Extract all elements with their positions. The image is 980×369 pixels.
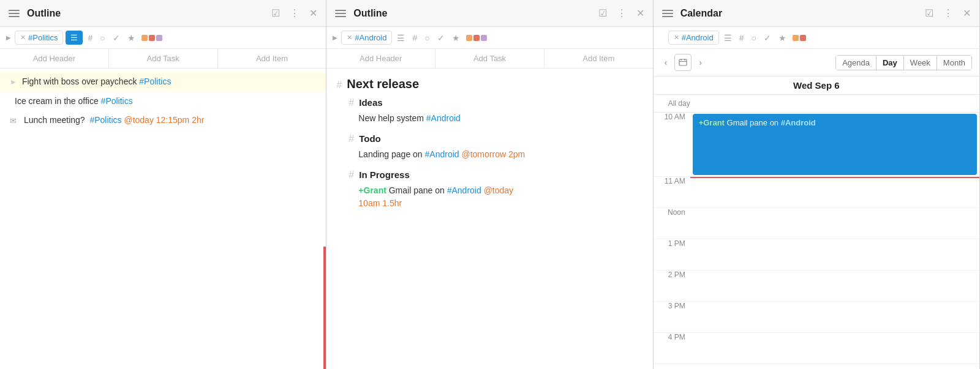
hash-icon: # bbox=[349, 97, 354, 108]
time-row-1pm: 1 PM bbox=[654, 239, 979, 270]
tag-politics: #Politics bbox=[89, 115, 121, 125]
list-item[interactable]: Ice cream in the office #Politics bbox=[0, 92, 326, 111]
toolbar-1: Add Header Add Task Add Item bbox=[0, 49, 326, 69]
cal-month-btn[interactable]: Month bbox=[937, 56, 971, 70]
filter-tag-x[interactable]: ✕ bbox=[347, 34, 352, 42]
cal-agenda-btn[interactable]: Agenda bbox=[836, 56, 876, 70]
more-options-icon[interactable]: ⋮ bbox=[287, 6, 302, 20]
section-header-next-release[interactable]: # Next release bbox=[326, 72, 652, 94]
time-row-content-1pm bbox=[690, 239, 979, 270]
svg-rect-0 bbox=[679, 59, 687, 65]
add-task-btn[interactable]: Add Task bbox=[109, 49, 218, 68]
color-dot-3 bbox=[156, 35, 162, 41]
cal-date-heading: Wed Sep 6 bbox=[654, 76, 979, 95]
star-icon[interactable]: ★ bbox=[776, 32, 789, 44]
time-row-10am: 10 AM +Grant Gmail pane on #Android bbox=[654, 113, 979, 177]
expand-icon[interactable]: ▶ bbox=[5, 33, 12, 42]
list-view-btn[interactable]: ☰ bbox=[66, 31, 83, 45]
filter-tag-android[interactable]: ✕ #Android bbox=[341, 31, 392, 45]
cal-week-btn[interactable]: Week bbox=[904, 56, 937, 70]
close-icon[interactable]: ✕ bbox=[960, 6, 973, 20]
star-icon[interactable]: ★ bbox=[125, 32, 138, 44]
current-time-line bbox=[690, 177, 979, 178]
panel-content-2: # Next release # Ideas New help system #… bbox=[326, 69, 652, 369]
circle-icon[interactable]: ○ bbox=[422, 32, 432, 44]
time-tag: 10am 1.5hr bbox=[358, 198, 402, 208]
filter-tag-x[interactable]: ✕ bbox=[674, 34, 679, 42]
color-dot-2 bbox=[149, 35, 155, 41]
time-tag: 12:15pm 2hr bbox=[156, 115, 205, 125]
hash-icon[interactable]: # bbox=[737, 32, 747, 44]
list-item[interactable]: +Grant Gmail pane on #Android @today 10a… bbox=[326, 182, 652, 212]
subsection-header-todo[interactable]: # Todo bbox=[326, 130, 652, 146]
star-icon[interactable]: ★ bbox=[450, 32, 462, 44]
hamburger-menu-icon[interactable] bbox=[6, 7, 22, 20]
cal-day-btn[interactable]: Day bbox=[876, 56, 904, 70]
list-item[interactable]: ► Fight with boss over paycheck #Politic… bbox=[0, 72, 326, 92]
panel-outline-politics: Outline ☑ ⋮ ✕ ▶ ✕ #Politics ☰ # ○ ✓ ★ Ad… bbox=[0, 0, 326, 369]
prev-btn[interactable]: ‹ bbox=[661, 56, 671, 69]
subsection-header-inprogress[interactable]: # In Progress bbox=[326, 166, 652, 182]
tag-android: #Android bbox=[425, 149, 459, 159]
check-icon[interactable]: ✓ bbox=[761, 32, 774, 44]
time-row-content-11am bbox=[690, 177, 979, 207]
color-dot-1 bbox=[466, 35, 472, 41]
drag-handle[interactable] bbox=[323, 247, 326, 369]
hamburger-menu-icon[interactable] bbox=[660, 7, 676, 20]
close-icon[interactable]: ✕ bbox=[634, 6, 647, 20]
panel-title-1: Outline bbox=[27, 8, 269, 19]
checkmark-icon[interactable]: ☑ bbox=[269, 6, 282, 20]
header-text: Next release bbox=[347, 77, 419, 91]
list-item[interactable]: ✉ Lunch meeting? #Politics @today 12:15p… bbox=[0, 111, 326, 130]
color-dot-2 bbox=[800, 35, 806, 41]
list-icon[interactable]: ☰ bbox=[722, 32, 734, 44]
next-btn[interactable]: › bbox=[695, 56, 706, 69]
time-label-4pm: 4 PM bbox=[654, 333, 690, 341]
hash-icon[interactable]: # bbox=[410, 32, 420, 44]
hash-icon: # bbox=[336, 80, 342, 91]
cal-content: All day 10 AM +Grant Gmail pane on #Andr… bbox=[654, 95, 979, 369]
filter-tag-politics[interactable]: ✕ #Politics bbox=[15, 31, 63, 45]
close-icon[interactable]: ✕ bbox=[307, 6, 320, 20]
check-icon[interactable]: ✓ bbox=[110, 32, 123, 44]
more-options-icon[interactable]: ⋮ bbox=[614, 6, 629, 20]
list-item[interactable]: New help system #Android bbox=[326, 110, 652, 127]
time-row-content-noon bbox=[690, 208, 979, 239]
more-options-icon[interactable]: ⋮ bbox=[941, 6, 956, 20]
list-icon[interactable]: ☰ bbox=[394, 32, 407, 44]
filter-tag-x[interactable]: ✕ bbox=[20, 34, 26, 42]
time-label-2pm: 2 PM bbox=[654, 270, 690, 279]
checkmark-icon[interactable]: ☑ bbox=[596, 6, 609, 20]
add-item-btn[interactable]: Add Item bbox=[545, 49, 653, 68]
expand-icon[interactable]: ▶ bbox=[331, 33, 339, 42]
item-text: Ice cream in the office #Politics bbox=[15, 95, 318, 108]
time-row-3pm: 3 PM bbox=[654, 302, 979, 333]
time-label-noon: Noon bbox=[654, 208, 690, 217]
color-dots bbox=[793, 35, 806, 41]
sub-header-text: Todo bbox=[359, 133, 381, 144]
subsection-header-ideas[interactable]: # Ideas bbox=[326, 94, 652, 110]
filter-tag-android-cal[interactable]: ✕ #Android bbox=[668, 31, 719, 45]
circle-icon[interactable]: ○ bbox=[749, 32, 759, 44]
calendar-event-grant[interactable]: +Grant Gmail pane on #Android bbox=[693, 114, 977, 175]
filter-bar-2: ▶ ✕ #Android ☰ # ○ ✓ ★ bbox=[326, 27, 652, 49]
hamburger-menu-icon[interactable] bbox=[333, 7, 349, 20]
add-task-btn[interactable]: Add Task bbox=[435, 49, 545, 68]
checkmark-icon[interactable]: ☑ bbox=[922, 6, 936, 20]
all-day-label: All day bbox=[658, 99, 695, 108]
header-icons-2: ☑ ⋮ ✕ bbox=[596, 6, 647, 20]
hash-icon[interactable]: # bbox=[85, 32, 95, 44]
list-item[interactable]: Landing page on #Android @tomorrow 2pm bbox=[326, 146, 652, 163]
check-icon[interactable]: ✓ bbox=[435, 32, 447, 44]
add-header-btn[interactable]: Add Header bbox=[0, 49, 109, 68]
all-day-row: All day bbox=[654, 95, 979, 113]
add-header-btn[interactable]: Add Header bbox=[326, 49, 435, 68]
time-label-11am: 11 AM bbox=[654, 177, 690, 185]
toolbar-2: Add Header Add Task Add Item bbox=[326, 49, 652, 69]
cal-view-btns: Agenda Day Week Month bbox=[835, 55, 972, 70]
color-dots bbox=[141, 35, 162, 41]
time-row-noon: Noon bbox=[654, 208, 979, 239]
add-item-btn[interactable]: Add Item bbox=[218, 49, 326, 68]
today-btn[interactable] bbox=[674, 54, 692, 71]
circle-icon[interactable]: ○ bbox=[97, 32, 107, 44]
